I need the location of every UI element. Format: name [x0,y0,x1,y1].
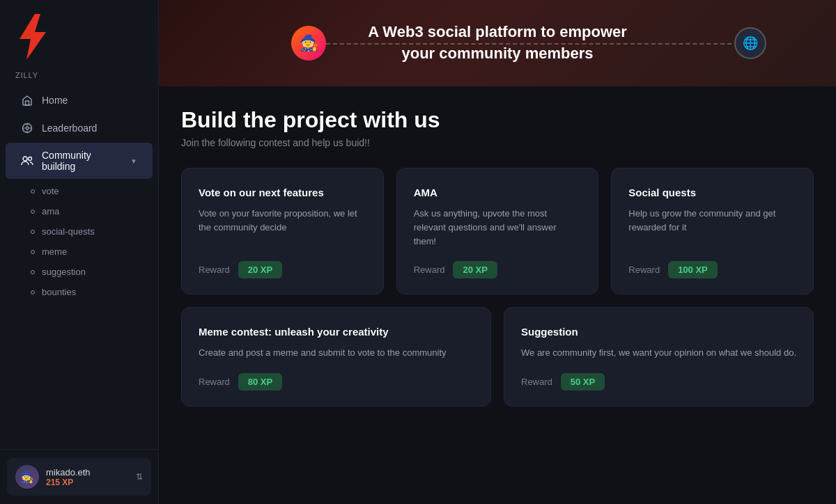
nav-leaderboard[interactable]: Leaderboard [6,115,153,141]
logo-area [0,0,158,71]
sub-nav-meme-label: meme [42,246,67,257]
sub-nav-suggestion[interactable]: suggestion [0,262,158,282]
suggestion-card-reward: Reward 50 XP [521,373,796,391]
chevron-down-icon: ▼ [130,157,137,165]
vote-card[interactable]: Vote on our next features Vote on your f… [181,168,384,294]
sub-nav-bounties-label: bounties [42,287,76,297]
ama-card-title: AMA [414,187,582,198]
svg-marker-0 [20,14,46,60]
sub-dot-social-quests [31,230,35,234]
svg-point-8 [23,157,27,161]
meme-reward-badge: 80 XP [238,373,282,391]
sidebar-footer: 🧙 mikado.eth 215 XP ⇅ [0,449,158,504]
meme-card-desc: Create and post a meme and submit to vot… [199,346,474,360]
svg-point-9 [29,157,32,161]
main-content: 🧙 A Web3 social platform to empower your… [159,0,836,504]
suggestion-card-title: Suggestion [521,326,796,338]
banner: 🧙 A Web3 social platform to empower your… [159,0,836,86]
vote-card-title: Vote on our next features [199,187,366,198]
cards-row-2: Meme contest: unleash your creativity Cr… [181,307,814,406]
social-quests-reward-badge: 100 XP [668,261,718,278]
sub-nav-ama[interactable]: ama [0,201,158,221]
meme-card[interactable]: Meme contest: unleash your creativity Cr… [181,307,491,406]
sub-nav-social-quests-label: social-quests [42,226,95,237]
user-xp: 215 XP [46,478,129,487]
suggestion-card[interactable]: Suggestion We are community first, we wa… [504,307,814,406]
nav-home[interactable]: Home [6,87,153,113]
user-card[interactable]: 🧙 mikado.eth 215 XP ⇅ [7,458,151,496]
social-quests-card-reward: Reward 100 XP [628,261,796,278]
home-icon [21,94,33,107]
sub-nav: vote ama social-quests meme suggestion b… [0,180,158,306]
sub-nav-vote-label: vote [42,186,59,196]
content-area: Build the project with us Join the follo… [159,86,836,427]
social-quests-card-title: Social quests [628,187,796,198]
sub-nav-suggestion-label: suggestion [42,267,86,277]
ama-reward-badge: 20 XP [453,261,497,278]
ama-card-reward: Reward 20 XP [414,261,582,278]
svg-rect-1 [26,101,29,105]
banner-avatar-left: 🧙 [291,26,326,61]
page-title: Build the project with us [181,107,814,133]
leaderboard-icon [21,122,33,134]
social-quests-card[interactable]: Social quests Help us grow the community… [611,168,814,294]
banner-text: A Web3 social platform to empower your c… [368,22,627,65]
avatar: 🧙 [15,465,39,489]
brand-logo [14,13,52,61]
sidebar: ZILLY Home Leaderboard [0,0,159,504]
brand-label: ZILLY [0,71,158,86]
community-icon [21,155,33,167]
svg-point-3 [26,127,29,129]
page-subtitle: Join the following contest and help us b… [181,137,814,148]
sub-dot-ama [31,210,35,214]
cards-row-1: Vote on our next features Vote on your f… [181,168,814,294]
nav-home-label: Home [42,95,68,106]
ama-card[interactable]: AMA Ask us anything, upvote the most rel… [396,168,599,294]
vote-reward-label: Reward [199,265,230,275]
vote-reward-badge: 20 XP [238,261,282,278]
sub-nav-bounties[interactable]: bounties [0,282,158,302]
nav-leaderboard-label: Leaderboard [42,123,97,134]
nav-community-label: Community building [42,150,122,172]
suggestion-reward-label: Reward [521,377,552,387]
suggestion-card-desc: We are community first, we want your opi… [521,346,796,360]
banner-line2: your community members [368,43,627,65]
suggestion-reward-badge: 50 XP [561,373,605,391]
user-info: mikado.eth 215 XP [46,467,129,487]
sub-dot-vote [31,189,35,194]
vote-card-reward: Reward 20 XP [199,261,366,278]
meme-card-reward: Reward 80 XP [199,373,474,391]
vote-card-desc: Vote on your favorite proposition, we le… [199,207,366,249]
meme-card-title: Meme contest: unleash your creativity [199,326,474,338]
banner-line1: A Web3 social platform to empower [368,22,627,43]
sub-dot-bounties [31,290,35,294]
ama-reward-label: Reward [414,265,445,275]
user-chevron-icon: ⇅ [136,472,143,482]
social-quests-card-desc: Help us grow the community and get rewar… [628,207,796,249]
user-name: mikado.eth [46,467,129,478]
ama-card-desc: Ask us anything, upvote the most relevan… [414,207,582,249]
sub-dot-suggestion [31,270,35,274]
sub-nav-meme[interactable]: meme [0,242,158,262]
nav-community-building[interactable]: Community building ▼ [6,143,153,179]
sub-nav-vote[interactable]: vote [0,181,158,201]
sub-nav-ama-label: ama [42,206,59,216]
sub-dot-meme [31,250,35,254]
meme-reward-label: Reward [199,377,230,387]
social-quests-reward-label: Reward [628,265,660,275]
banner-avatar-right: 🌐 [734,27,766,59]
sub-nav-social-quests[interactable]: social-quests [0,221,158,242]
